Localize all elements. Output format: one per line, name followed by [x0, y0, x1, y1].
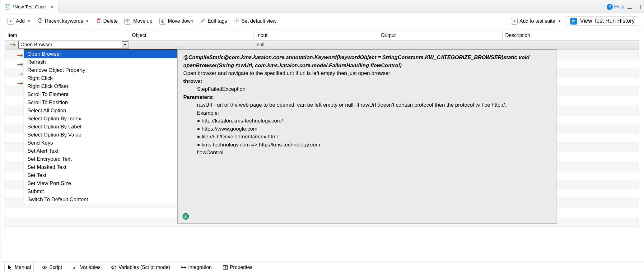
keyword-combobox[interactable]: Open Browser ▼ — [18, 41, 129, 49]
col-description[interactable]: Description — [503, 31, 639, 40]
chevron-down-icon[interactable]: ▼ — [122, 41, 128, 48]
plus-icon — [511, 18, 518, 25]
steps-grid[interactable]: Open Browser ▼ null Open BrowserRefreshR… — [5, 40, 639, 239]
info-icon[interactable]: i — [182, 213, 189, 220]
chevron-down-icon: ▼ — [27, 19, 30, 23]
keyword-option[interactable]: Switch To Default Content — [24, 196, 177, 204]
keyword-option[interactable]: Scroll To Element — [24, 90, 177, 99]
add-to-test-suite-button[interactable]: Add to test suite ▼ — [508, 16, 564, 26]
keyword-option[interactable]: Select Option By Value — [24, 131, 177, 139]
keyword-option[interactable]: Select Option By Label — [24, 123, 177, 131]
info-signature: @CompileStatic@com.kms.katalon.core.anno… — [183, 53, 551, 69]
keyword-option[interactable]: Right Click Offset — [24, 82, 177, 90]
edit-tags-button[interactable]: Edit tags — [198, 16, 229, 26]
chevron-down-icon: ▼ — [558, 19, 561, 23]
tab-properties[interactable]: Properties — [220, 263, 255, 271]
viewhistory-label: View Test Run History — [580, 18, 635, 24]
keyword-option[interactable]: Send Keys — [24, 139, 177, 147]
trash-icon — [96, 18, 101, 25]
edit-icon — [200, 18, 206, 25]
tab-variables[interactable]: x Variables — [70, 263, 103, 271]
table-icon — [222, 265, 228, 270]
tab-variables-label: Variables — [80, 265, 100, 270]
info-throws-label: throws: — [183, 77, 551, 86]
recent-keywords-button[interactable]: Recent keywords ▼ — [35, 16, 91, 26]
close-icon[interactable]: ✕ — [50, 4, 54, 9]
help-label: Help — [614, 4, 624, 10]
info-example-item: file:///D:/Development/index.html — [197, 133, 551, 141]
keyword-option[interactable]: Set Encrypted Text — [24, 155, 177, 163]
svg-rect-15 — [181, 266, 183, 268]
tab-script[interactable]: Script — [39, 263, 64, 271]
info-flowcontrol: flowControl — [197, 149, 551, 157]
recent-label: Recent keywords — [45, 18, 83, 24]
tab-properties-label: Properties — [230, 265, 253, 270]
keyword-option[interactable]: Set Text — [24, 171, 177, 179]
title-bar-right: ? Help — [607, 4, 644, 10]
info-example-item: kms-technology.com => http://kms-technol… — [197, 141, 551, 149]
keyword-dropdown-popup[interactable]: Open BrowserRefreshRemove Object Propert… — [24, 49, 177, 204]
keyword-option[interactable]: Submit — [24, 187, 177, 196]
editor-tabs: *New Test Case ✕ — [0, 0, 58, 13]
keyword-option[interactable]: Set Masked Text — [24, 163, 177, 171]
keyword-option[interactable]: Set Alert Text — [24, 147, 177, 155]
tab-new-test-case[interactable]: *New Test Case ✕ — [0, 0, 58, 13]
minimize-icon[interactable] — [628, 8, 632, 9]
title-bar: *New Test Case ✕ ? Help — [0, 0, 644, 13]
help-button[interactable]: ? Help — [607, 4, 624, 10]
col-input[interactable]: Input — [254, 31, 378, 40]
variable-icon: x — [72, 265, 78, 270]
info-description: Open browser and navigate to the specifi… — [183, 69, 551, 77]
arrow-up-icon — [124, 18, 131, 25]
move-down-button[interactable]: Move down — [157, 16, 196, 26]
keyword-option[interactable]: Remove Object Property — [24, 66, 177, 74]
keyword-option[interactable]: Open Browser — [24, 50, 177, 58]
keyword-option[interactable]: Set View Port Size — [24, 179, 177, 187]
keyword-option[interactable]: Select All Option — [24, 107, 177, 115]
keyword-option[interactable]: Right Click — [24, 74, 177, 82]
col-object[interactable]: Object — [129, 31, 254, 40]
moveup-label: Move up — [133, 18, 152, 24]
step-row-1[interactable]: Open Browser ▼ null — [5, 40, 639, 49]
delete-button[interactable]: Delete — [93, 16, 120, 26]
tab-integration-label: Integration — [188, 265, 212, 270]
arrow-down-icon — [159, 18, 166, 25]
col-output[interactable]: Output — [378, 31, 503, 40]
delete-label: Delete — [103, 18, 118, 24]
step-indicator-icons — [12, 51, 24, 88]
set-default-view-button[interactable]: Set default view — [231, 16, 279, 26]
code-icon — [42, 265, 47, 270]
svg-rect-1 — [6, 5, 7, 6]
cursor-icon — [7, 265, 13, 270]
integration-icon — [181, 265, 186, 270]
help-icon: ? — [607, 4, 613, 10]
tab-variables-script[interactable]: Variables (Script mode) — [109, 263, 173, 271]
svg-text:x: x — [73, 265, 76, 270]
keyword-value: Open Browser — [19, 42, 54, 48]
edittags-label: Edit tags — [208, 18, 227, 24]
step-arrow-icon — [5, 43, 18, 47]
app-icon: ⟳ — [570, 18, 577, 25]
keyword-option[interactable]: Refresh — [24, 58, 177, 66]
tab-manual-label: Manual — [15, 265, 31, 270]
maximize-icon[interactable] — [635, 5, 641, 9]
plus-icon — [7, 18, 14, 25]
keyword-option[interactable]: Select Option By Index — [24, 115, 177, 123]
add-button[interactable]: Add ▼ — [5, 16, 33, 26]
move-up-button[interactable]: Move up — [122, 16, 155, 26]
table-header: Item Object Input Output Description — [5, 31, 639, 40]
info-example-item: https://www.google.com — [197, 125, 551, 133]
clock-icon — [37, 18, 43, 25]
tab-manual[interactable]: Manual — [4, 263, 34, 271]
step-input-cell[interactable]: null — [254, 42, 379, 48]
tab-integration[interactable]: Integration — [178, 263, 214, 271]
col-item[interactable]: Item — [5, 31, 129, 40]
view-test-run-history-button[interactable]: ⟳ View Test Run History — [566, 16, 639, 26]
info-example-item: http://katalon.kms-technology.com/ — [197, 117, 551, 125]
keyword-option[interactable]: Scroll To Position — [24, 99, 177, 107]
svg-rect-17 — [183, 267, 184, 268]
step-item-cell[interactable]: Open Browser ▼ — [5, 41, 130, 49]
svg-rect-16 — [184, 266, 186, 268]
info-throws-value: StepFailedException — [197, 85, 551, 93]
info-params-label: Parameters: — [183, 93, 551, 101]
